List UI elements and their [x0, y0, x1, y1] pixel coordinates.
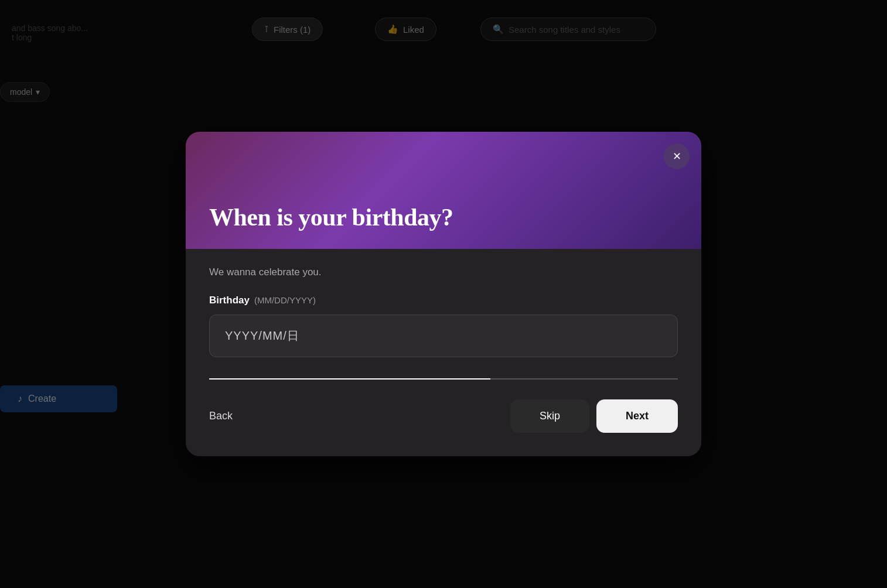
modal-footer: Back Skip Next [209, 397, 678, 433]
skip-button[interactable]: Skip [510, 399, 589, 433]
progress-segment-5 [584, 378, 678, 380]
progress-segment-2 [303, 378, 397, 380]
field-format: (MM/DD/YYYY) [254, 295, 316, 305]
progress-segment-1 [209, 378, 303, 380]
field-label: Birthday (MM/DD/YYYY) [209, 295, 678, 306]
modal-header: ✕ When is your birthday? [186, 132, 701, 249]
birthday-modal: ✕ When is your birthday? We wanna celebr… [186, 132, 701, 456]
progress-track [209, 378, 678, 380]
modal-subtitle: We wanna celebrate you. [209, 266, 678, 278]
modal-overlay: ✕ When is your birthday? We wanna celebr… [0, 0, 887, 588]
close-icon: ✕ [673, 150, 681, 163]
action-buttons: Skip Next [510, 399, 678, 433]
back-button[interactable]: Back [209, 402, 233, 430]
progress-segment-4 [490, 378, 584, 380]
date-input[interactable]: YYYY/MM/日 [209, 314, 678, 357]
modal-title: When is your birthday? [209, 203, 678, 231]
modal-body: We wanna celebrate you. Birthday (MM/DD/… [186, 249, 701, 456]
close-button[interactable]: ✕ [664, 143, 690, 169]
progress-segment-3 [397, 378, 490, 380]
progress-bar [209, 378, 678, 380]
next-button[interactable]: Next [596, 399, 678, 433]
